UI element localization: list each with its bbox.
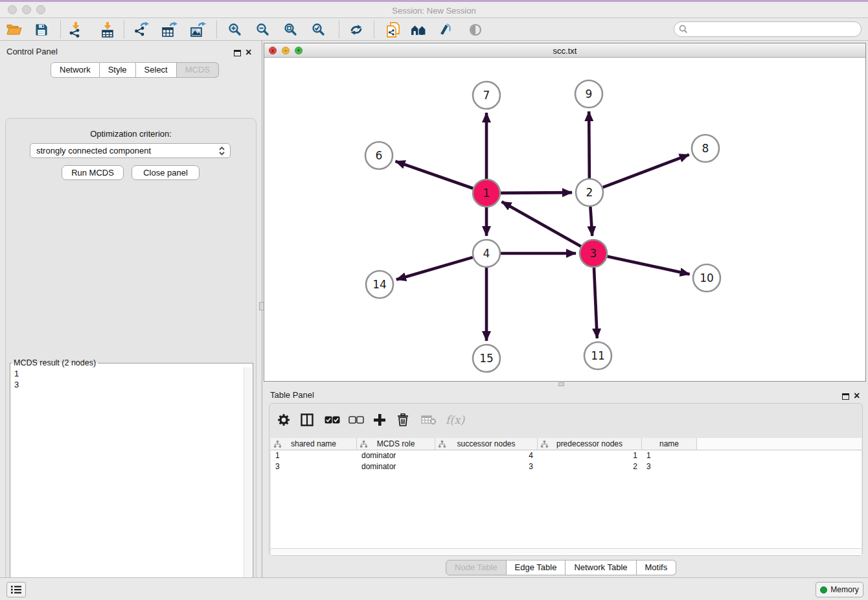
main-toolbar: [0, 18, 868, 41]
search-field[interactable]: [674, 21, 862, 37]
tab-motifs[interactable]: Motifs: [637, 560, 677, 575]
float-table-panel-icon[interactable]: [842, 391, 849, 402]
graph-node-label-2: 2: [586, 186, 593, 199]
first-neighbors-icon[interactable]: [408, 21, 430, 38]
export-network-icon[interactable]: [131, 21, 153, 38]
graph-edge-3-11[interactable]: [594, 268, 597, 338]
network-canvas[interactable]: 1234678910111415: [264, 58, 865, 381]
run-mcds-button[interactable]: Run MCDS: [62, 165, 124, 180]
mcds-result-line: 1: [14, 368, 240, 379]
zoom-fit-icon[interactable]: [280, 21, 302, 38]
toolbar-separator: [216, 21, 217, 38]
show-graphics-details-icon[interactable]: [434, 21, 456, 38]
application-window: Session: New Session: [0, 0, 868, 600]
cell-predecessor-nodes[interactable]: 2: [538, 461, 642, 472]
export-image-icon[interactable]: [187, 21, 209, 38]
graph-node-label-10: 10: [700, 271, 714, 284]
graph-node-label-4: 4: [483, 247, 490, 260]
table-row[interactable]: 3 dominator 3 2 3: [271, 461, 862, 472]
graph-edge-4-14[interactable]: [396, 257, 473, 279]
cell-mcds-role[interactable]: dominator: [357, 461, 435, 472]
toggle-panel-split-icon[interactable]: [301, 411, 314, 428]
graph-edge-2-3[interactable]: [590, 207, 592, 236]
zoom-selected-icon[interactable]: [308, 21, 330, 38]
search-input[interactable]: [688, 23, 861, 35]
cell-successor-nodes[interactable]: 4: [435, 450, 538, 461]
clone-network-icon[interactable]: [382, 21, 404, 38]
table-horizontal-scrollbar[interactable]: [271, 548, 862, 555]
network-window-titlebar[interactable]: x – + scc.txt: [264, 43, 865, 58]
import-network-icon[interactable]: [65, 21, 87, 38]
node-table[interactable]: shared name MCDS role successor nodes pr…: [271, 438, 862, 548]
table-panel: Table Panel × f(x): [264, 386, 868, 577]
hierarchy-icon: [274, 441, 281, 448]
window-titlebar[interactable]: Session: New Session: [0, 2, 868, 18]
column-header-predecessor-nodes[interactable]: predecessor nodes: [538, 438, 642, 450]
graph-node-label-3: 3: [590, 247, 597, 260]
task-list-icon: [10, 585, 22, 594]
zoom-in-icon[interactable]: [224, 21, 246, 38]
graph-edge-2-9[interactable]: [589, 111, 589, 178]
cell-name[interactable]: 1: [642, 450, 697, 461]
column-header-shared-name[interactable]: shared name: [271, 438, 357, 450]
mcds-result-list[interactable]: 1 3: [11, 367, 244, 600]
table-row[interactable]: 1 dominator 4 1 1: [271, 450, 862, 461]
hierarchy-icon: [439, 441, 446, 448]
export-table-icon[interactable]: [159, 21, 181, 38]
show-hide-panels-icon[interactable]: [464, 21, 486, 38]
tab-style[interactable]: Style: [100, 62, 136, 78]
task-history-button[interactable]: [6, 582, 26, 597]
delete-table-icon[interactable]: [421, 411, 437, 428]
tab-node-table[interactable]: Node Table: [446, 560, 507, 575]
chevron-up-down-icon: [218, 146, 225, 156]
column-settings-icon[interactable]: [277, 411, 290, 428]
memory-button[interactable]: Memory: [816, 582, 863, 597]
graph-node-label-15: 15: [479, 352, 494, 365]
tab-network[interactable]: Network: [51, 62, 100, 78]
cell-successor-nodes[interactable]: 3: [435, 461, 538, 472]
select-all-columns-icon[interactable]: [325, 411, 340, 428]
column-header-successor-nodes[interactable]: successor nodes: [435, 438, 538, 450]
delete-columns-icon[interactable]: [397, 411, 409, 428]
float-panel-icon[interactable]: [234, 47, 241, 59]
tab-mcds[interactable]: MCDS: [177, 62, 219, 78]
control-panel-title: Control Panel: [6, 45, 58, 57]
mcds-result-scrollbar[interactable]: [244, 367, 252, 600]
network-graph: 1234678910111415: [264, 58, 865, 381]
close-table-panel-icon[interactable]: ×: [854, 390, 860, 402]
apply-layout-icon[interactable]: [345, 21, 367, 38]
graph-node-label-9: 9: [586, 87, 593, 100]
memory-status-icon: [820, 586, 827, 594]
function-builder-icon[interactable]: f(x): [446, 411, 464, 428]
graph-node-label-6: 6: [376, 149, 383, 162]
network-window-title: scc.txt: [264, 46, 865, 56]
graph-edge-3-10[interactable]: [607, 257, 689, 275]
close-panel-icon[interactable]: ×: [246, 47, 251, 58]
graph-edge-3-1[interactable]: [502, 202, 581, 246]
cell-predecessor-nodes[interactable]: 1: [538, 450, 642, 461]
deselect-all-columns-icon[interactable]: [348, 411, 364, 428]
tab-network-table[interactable]: Network Table: [565, 560, 636, 575]
criterion-dropdown[interactable]: strongly connected component: [30, 143, 231, 158]
close-panel-button[interactable]: Close panel: [131, 165, 200, 180]
toolbar-separator: [374, 21, 374, 38]
graph-edge-1-6[interactable]: [395, 161, 473, 189]
open-session-icon[interactable]: [3, 21, 25, 38]
zoom-out-icon[interactable]: [252, 21, 274, 38]
column-header-mcds-role[interactable]: MCDS role: [357, 438, 435, 450]
window-title: Session: New Session: [0, 6, 868, 16]
cell-shared-name[interactable]: 1: [271, 450, 357, 461]
tab-select[interactable]: Select: [136, 62, 177, 78]
cell-shared-name[interactable]: 3: [271, 461, 357, 472]
mcds-panel: Optimization criterion: strongly connect…: [5, 118, 257, 600]
column-header-name[interactable]: name: [642, 438, 697, 450]
cell-name[interactable]: 3: [642, 461, 697, 472]
cell-mcds-role[interactable]: dominator: [357, 450, 435, 461]
create-column-icon[interactable]: [373, 411, 386, 428]
tab-edge-table[interactable]: Edge Table: [507, 560, 566, 575]
save-session-icon[interactable]: [30, 21, 52, 38]
mcds-result-title: MCDS result (2 nodes): [12, 358, 98, 367]
graph-edge-1-2[interactable]: [501, 192, 572, 193]
graph-edge-2-8[interactable]: [603, 155, 689, 188]
import-table-icon[interactable]: [97, 21, 119, 38]
